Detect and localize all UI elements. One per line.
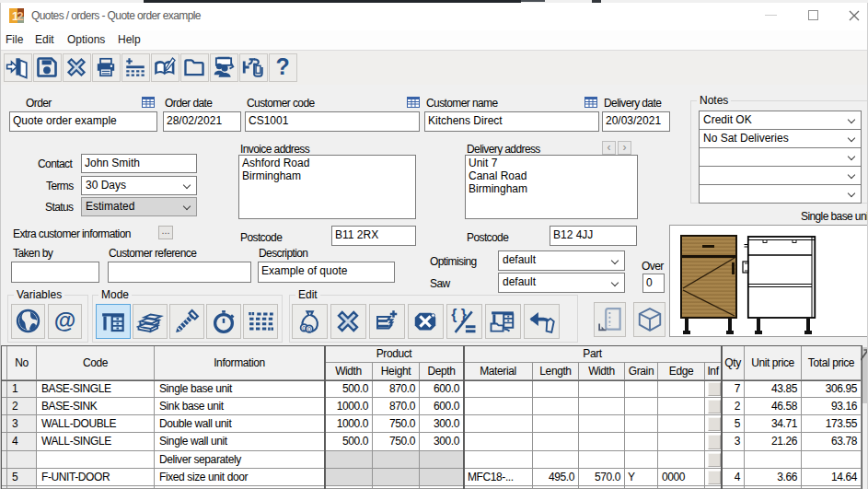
svg-text:0: 0 xyxy=(307,325,311,333)
svg-text:2: 2 xyxy=(17,9,23,23)
svg-text:0: 0 xyxy=(302,324,306,332)
svg-text:?: ? xyxy=(275,55,289,79)
svg-text:@: @ xyxy=(54,308,76,332)
